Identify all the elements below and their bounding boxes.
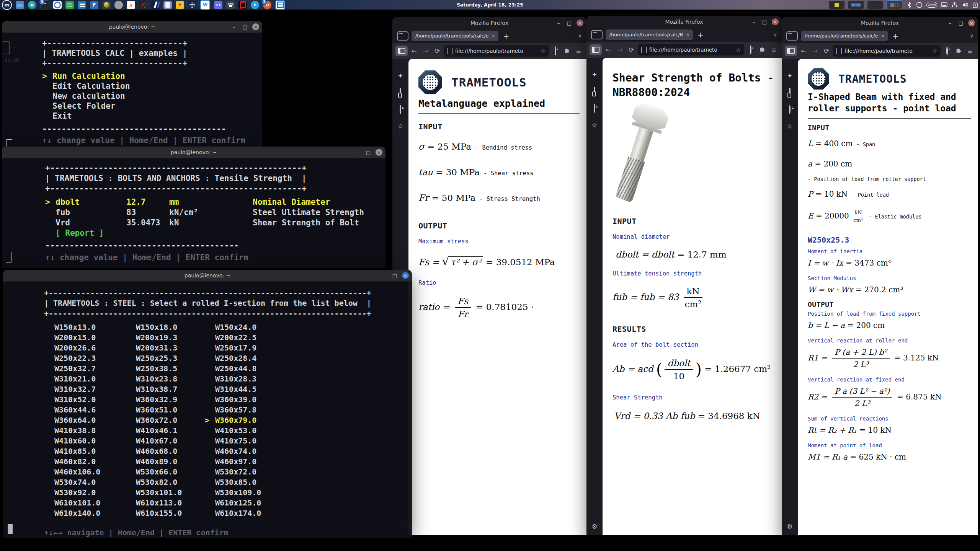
steel-section-item[interactable]: >W460x106.0 bbox=[44, 467, 126, 477]
cad-blocks-icon[interactable] bbox=[275, 0, 285, 10]
titlebar[interactable]: paulo@lenovo: ~ –□× bbox=[2, 21, 262, 33]
steel-section-item[interactable]: >W250x25.3 bbox=[126, 353, 205, 364]
report-button[interactable]: [ Report ] bbox=[45, 228, 385, 238]
url-bar[interactable]: file:///home/paulo/trameto☆ bbox=[638, 44, 744, 55]
steel-section-item[interactable]: >W250x28.4 bbox=[205, 353, 412, 364]
steel-section-item[interactable]: >W310x23.8 bbox=[126, 374, 205, 384]
steel-section-item[interactable]: >W460x89.0 bbox=[126, 456, 205, 467]
paw-app-icon[interactable] bbox=[226, 1, 235, 9]
adblock-icon[interactable] bbox=[746, 46, 756, 54]
bookmark-star-icon[interactable]: ☆ bbox=[736, 47, 741, 53]
xournal-icon[interactable]: x bbox=[127, 1, 135, 9]
steel-section-item[interactable]: >W150x18.0 bbox=[126, 322, 205, 333]
minimize-button[interactable]: – bbox=[354, 149, 361, 156]
steel-section-item[interactable]: >W250x17.9 bbox=[205, 343, 412, 353]
steel-section-item[interactable]: >W410x38.8 bbox=[44, 425, 126, 436]
steel-section-item[interactable]: >W200x31.3 bbox=[126, 343, 205, 353]
steel-section-item[interactable]: >W200x26.6 bbox=[44, 343, 126, 353]
back-button[interactable]: ← bbox=[603, 46, 613, 54]
minimize-button[interactable]: – bbox=[381, 272, 387, 279]
ai-chatbot-icon[interactable]: ✦ bbox=[592, 71, 597, 78]
steel-section-item[interactable]: >W250x44.8 bbox=[205, 364, 412, 374]
steel-section-item[interactable]: >W200x19.3 bbox=[126, 333, 205, 343]
desktop-icon-network-share[interactable]: 192.168.51.59 bbox=[2, 41, 19, 65]
steel-section-item[interactable]: >W250x38.5 bbox=[126, 364, 205, 374]
steel-section-item[interactable]: >W530x66.0 bbox=[126, 467, 205, 477]
bookmarks-icon[interactable]: ☆ bbox=[591, 121, 597, 129]
frame-cad-icon[interactable] bbox=[238, 1, 247, 9]
close-button[interactable]: × bbox=[252, 23, 259, 30]
forward-button[interactable]: → bbox=[421, 47, 431, 55]
steel-section-item[interactable]: >W250x22.3 bbox=[44, 353, 126, 364]
steel-section-item[interactable]: >W410x53.0 bbox=[205, 425, 412, 436]
steel-section-item[interactable]: >W410x46.1 bbox=[126, 425, 205, 436]
parameter-row[interactable]: >Vrd35.0473kNShear Strength of Bolt bbox=[45, 218, 385, 228]
browser-tab[interactable]: /home/paulo/trametools/calc/e× bbox=[412, 31, 498, 41]
steel-section-item[interactable]: >W530x72.0 bbox=[205, 467, 412, 477]
terminal-icon[interactable]: 3 bbox=[40, 0, 49, 10]
steel-section-item[interactable]: >W310x38.7 bbox=[126, 384, 205, 395]
minimize-button[interactable]: – bbox=[555, 20, 562, 26]
forward-button[interactable]: → bbox=[615, 46, 625, 54]
loop-app-icon[interactable] bbox=[53, 1, 62, 9]
parameter-row[interactable]: >fub83kN/cm²Steel Ultimate Strength bbox=[45, 207, 385, 218]
taskbar-window-button[interactable] bbox=[867, 1, 883, 9]
steel-section-item[interactable]: >W360x32.9 bbox=[126, 395, 205, 405]
steel-section-item[interactable]: >W530x92.0 bbox=[44, 487, 126, 498]
steel-section-item[interactable]: >W610x101.0 bbox=[44, 498, 126, 508]
diamonds-game-icon[interactable]: ♦ bbox=[176, 1, 184, 9]
adblock-icon[interactable] bbox=[550, 47, 560, 55]
new-tab-button[interactable]: + bbox=[697, 31, 704, 39]
adblock-icon[interactable] bbox=[942, 47, 952, 55]
menu-button[interactable]: ≡ bbox=[769, 46, 779, 54]
menu-item[interactable]: >Run Calculation bbox=[42, 71, 262, 81]
sidebar-settings-icon[interactable]: ⚙ bbox=[586, 523, 603, 530]
bookmarks-icon[interactable]: ☆ bbox=[397, 122, 403, 130]
steel-section-item[interactable]: >W360x79.0 bbox=[205, 415, 412, 425]
display-icon[interactable] bbox=[941, 2, 947, 8]
steel-beams-icon[interactable] bbox=[151, 1, 160, 9]
history-icon[interactable] bbox=[400, 106, 401, 113]
writer-doc-icon[interactable] bbox=[78, 1, 86, 9]
steel-section-item[interactable]: >W460x97.0 bbox=[205, 456, 412, 467]
menu-button[interactable]: ≡ bbox=[965, 47, 975, 55]
reload-button[interactable]: ⟳ bbox=[626, 46, 636, 54]
steel-section-item[interactable]: >W360x51.0 bbox=[126, 405, 205, 415]
menu-item[interactable]: >New calculation bbox=[42, 91, 262, 101]
titlebar[interactable]: Mozilla Firefox –□× bbox=[782, 17, 978, 29]
url-bar[interactable]: file:///home/paulo/trameto☆ bbox=[833, 45, 941, 57]
steel-section-item[interactable]: >W150x24.0 bbox=[205, 322, 412, 333]
steel-section-item[interactable]: >W610x155.0 bbox=[126, 508, 205, 518]
parameter-row[interactable]: >dbolt12.7mmNominal Diameter bbox=[45, 197, 385, 207]
close-tab-icon[interactable]: × bbox=[686, 32, 690, 37]
close-button[interactable]: × bbox=[577, 20, 583, 26]
close-tab-icon[interactable]: × bbox=[491, 33, 495, 39]
steel-section-item[interactable]: >W610x174.0 bbox=[205, 508, 412, 518]
minimize-button[interactable]: – bbox=[231, 23, 238, 30]
file-manager-icon[interactable] bbox=[16, 1, 24, 9]
firefox-view-icon[interactable] bbox=[397, 31, 408, 41]
sphere-3d-icon[interactable] bbox=[102, 1, 111, 9]
steel-section-item[interactable]: >W530x74.0 bbox=[44, 477, 126, 487]
f-engineering-icon[interactable]: F bbox=[90, 1, 98, 9]
volume-icon[interactable] bbox=[962, 2, 968, 8]
steel-section-item[interactable]: >W610x140.0 bbox=[44, 508, 126, 518]
extensions-icon[interactable] bbox=[954, 47, 964, 55]
maximize-button[interactable]: □ bbox=[566, 20, 573, 26]
update-manager-icon[interactable]: 3↻ bbox=[263, 1, 271, 9]
maximize-button[interactable]: □ bbox=[391, 272, 398, 279]
steel-section-item[interactable]: >W530x109.0 bbox=[205, 487, 412, 498]
all-tabs-chevron[interactable]: ∨ bbox=[970, 33, 973, 39]
wireframe-globe-icon[interactable] bbox=[188, 1, 196, 9]
steel-section-item[interactable]: >W530x85.0 bbox=[205, 477, 412, 487]
steel-section-item[interactable]: >W360x64.0 bbox=[44, 415, 126, 425]
steel-section-item[interactable]: >W410x67.0 bbox=[126, 436, 205, 446]
power-update-icon[interactable] bbox=[972, 2, 978, 8]
history-icon[interactable] bbox=[594, 104, 595, 112]
history-icon[interactable] bbox=[789, 106, 791, 113]
titlebar[interactable]: Mozilla Firefox –□× bbox=[586, 16, 782, 28]
firefox-view-icon[interactable] bbox=[786, 31, 798, 41]
browser-tab[interactable]: /home/paulo/trametools/calc/B× bbox=[606, 29, 693, 40]
taskbar-window-button[interactable] bbox=[829, 1, 844, 9]
browser-tab[interactable]: /home/paulo/trametools/calc/e× bbox=[801, 31, 888, 41]
